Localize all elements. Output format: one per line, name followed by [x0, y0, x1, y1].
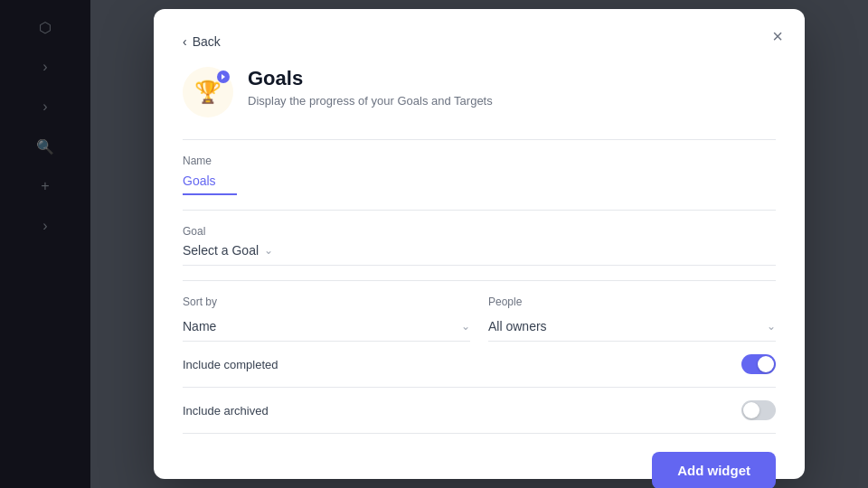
trophy-icon: 🏆: [194, 80, 222, 105]
sort-select[interactable]: Name ⌄: [183, 314, 470, 342]
header-icon-wrap: 🏆: [183, 67, 233, 117]
name-value[interactable]: Goals: [183, 174, 237, 195]
back-label: Back: [193, 34, 221, 49]
header-icon-badge: [217, 70, 230, 83]
goal-select-value: Select a Goal: [183, 243, 259, 258]
header-text: Goals Display the progress of your Goals…: [248, 67, 493, 108]
sort-people-row: Sort by Name ⌄ People All owners ⌄: [183, 296, 776, 342]
name-divider: [183, 210, 776, 211]
include-completed-toggle[interactable]: [741, 354, 776, 374]
people-chevron-icon: ⌄: [767, 320, 776, 333]
include-archived-toggle[interactable]: [741, 400, 776, 420]
header-divider: [183, 139, 776, 140]
people-label: People: [488, 296, 776, 308]
include-archived-row: Include archived: [183, 388, 776, 434]
modal-dialog: × ‹ Back 🏆 Goals Display the progress of…: [154, 9, 805, 479]
svg-marker-0: [222, 74, 225, 80]
people-select[interactable]: All owners ⌄: [488, 314, 776, 342]
name-label: Name: [183, 155, 776, 167]
close-button[interactable]: ×: [769, 23, 787, 49]
goal-label: Goal: [183, 225, 776, 238]
include-completed-label: Include completed: [183, 358, 278, 371]
modal-description: Display the progress of your Goals and T…: [248, 94, 493, 108]
name-section: Name Goals: [183, 155, 776, 195]
sort-value: Name: [183, 319, 216, 333]
toggle-thumb-archived: [743, 402, 760, 418]
modal-title: Goals: [248, 67, 493, 90]
include-completed-row: Include completed: [183, 342, 776, 388]
back-arrow-icon: ‹: [183, 34, 187, 49]
modal-header: 🏆 Goals Display the progress of your Goa…: [183, 67, 776, 117]
include-archived-label: Include archived: [183, 404, 269, 418]
modal-footer: Add widget: [183, 452, 776, 488]
people-section: People All owners ⌄: [488, 296, 776, 342]
sort-chevron-icon: ⌄: [461, 320, 470, 333]
people-value: All owners: [488, 319, 547, 333]
goal-section: Goal Select a Goal ⌄: [183, 225, 776, 266]
modal-container: × ‹ Back 🏆 Goals Display the progress of…: [90, 0, 868, 488]
add-widget-button[interactable]: Add widget: [652, 452, 776, 488]
goal-select[interactable]: Select a Goal ⌄: [183, 243, 776, 266]
sort-section: Sort by Name ⌄: [183, 296, 470, 342]
toggle-thumb-completed: [758, 356, 774, 372]
goal-divider: [183, 280, 776, 281]
back-link[interactable]: ‹ Back: [183, 34, 221, 49]
goal-chevron-icon: ⌄: [264, 244, 273, 257]
sort-label: Sort by: [183, 296, 470, 308]
